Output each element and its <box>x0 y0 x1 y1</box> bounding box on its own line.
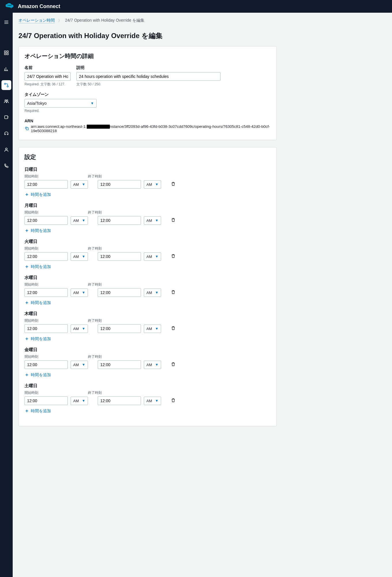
start-ampm-select[interactable]: AM▼ <box>71 288 88 297</box>
sidebar-item-users[interactable] <box>1 96 11 106</box>
add-time-button[interactable]: ＋ 時間を追加 <box>24 372 271 378</box>
page-title: 24/7 Operation with Holiday Override を編集 <box>18 31 277 40</box>
sidebar-item-routing[interactable] <box>1 80 11 90</box>
start-time-input[interactable] <box>24 360 68 369</box>
end-time-input[interactable] <box>98 252 141 261</box>
end-ampm-select[interactable]: AM▼ <box>144 361 161 369</box>
add-time-label: 時間を追加 <box>31 228 51 233</box>
start-ampm-select[interactable]: AM▼ <box>71 180 88 189</box>
add-time-button[interactable]: ＋ 時間を追加 <box>24 192 271 198</box>
sidebar-item-device[interactable] <box>1 113 11 122</box>
day-block: 金曜日 開始時刻 終了時刻 AM▼ AM▼ ＋ 時間を追加 <box>24 347 271 378</box>
sidebar-item-phone[interactable] <box>1 161 11 171</box>
add-time-label: 時間を追加 <box>31 300 51 306</box>
breadcrumb-root[interactable]: オペレーション時間 <box>18 18 55 23</box>
trash-icon[interactable] <box>171 218 176 223</box>
svg-rect-8 <box>7 53 8 55</box>
svg-rect-6 <box>4 51 6 52</box>
caret-down-icon: ▼ <box>91 101 94 105</box>
sidebar-item-ccp[interactable] <box>1 129 11 138</box>
plus-icon: ＋ <box>24 336 29 342</box>
plus-icon: ＋ <box>24 300 29 306</box>
end-time-input[interactable] <box>98 324 141 333</box>
menu-toggle[interactable] <box>1 17 11 27</box>
end-ampm-select[interactable]: AM▼ <box>144 180 161 189</box>
name-input[interactable] <box>24 72 71 81</box>
start-ampm-select[interactable]: AM▼ <box>71 361 88 369</box>
add-time-label: 時間を追加 <box>31 264 51 269</box>
end-ampm-select[interactable]: AM▼ <box>144 325 161 333</box>
end-time-label: 終了時刻 <box>88 282 102 287</box>
copy-icon[interactable] <box>24 126 29 132</box>
plus-icon: ＋ <box>24 408 29 414</box>
start-time-input[interactable] <box>24 288 68 297</box>
caret-down-icon: ▼ <box>82 182 85 186</box>
add-time-button[interactable]: ＋ 時間を追加 <box>24 336 271 342</box>
trash-icon[interactable] <box>171 181 176 187</box>
add-time-button[interactable]: ＋ 時間を追加 <box>24 264 271 270</box>
sidebar-item-profile[interactable] <box>1 145 11 155</box>
settings-panel: 設定 日曜日 開始時刻 終了時刻 AM▼ AM▼ ＋ 時間を追加 月曜日 開始時… <box>18 147 277 426</box>
add-time-label: 時間を追加 <box>31 336 51 342</box>
svg-rect-7 <box>7 51 8 52</box>
arn-label: ARN <box>24 119 271 123</box>
svg-point-19 <box>5 148 7 150</box>
end-time-input[interactable] <box>98 360 141 369</box>
caret-down-icon: ▼ <box>155 327 159 331</box>
svg-rect-20 <box>26 128 28 130</box>
start-time-label: 開始時刻 <box>24 282 82 287</box>
details-panel: オペレーション時間の詳細 名前 Required. 文字数 36 / 127. … <box>18 46 277 140</box>
start-time-input[interactable] <box>24 396 68 405</box>
end-time-input[interactable] <box>98 180 141 189</box>
sidebar-item-dashboard[interactable] <box>1 48 11 58</box>
desc-input[interactable] <box>76 72 220 81</box>
start-time-input[interactable] <box>24 324 68 333</box>
trash-icon[interactable] <box>171 290 176 295</box>
add-time-button[interactable]: ＋ 時間を追加 <box>24 300 271 306</box>
day-name: 金曜日 <box>24 347 271 353</box>
start-time-label: 開始時刻 <box>24 354 82 359</box>
start-time-label: 開始時刻 <box>24 174 82 179</box>
caret-down-icon: ▼ <box>82 363 85 367</box>
settings-heading: 設定 <box>24 153 271 161</box>
start-ampm-select[interactable]: AM▼ <box>71 397 88 405</box>
end-time-input[interactable] <box>98 288 141 297</box>
tz-select[interactable]: Asia/Tokyo ▼ <box>24 99 97 108</box>
end-time-label: 終了時刻 <box>88 354 102 359</box>
day-name: 日曜日 <box>24 167 271 172</box>
start-time-input[interactable] <box>24 216 68 225</box>
add-time-button[interactable]: ＋ 時間を追加 <box>24 408 271 414</box>
trash-icon[interactable] <box>171 326 176 331</box>
desc-label: 説明 <box>76 65 220 70</box>
trash-icon[interactable] <box>171 398 176 404</box>
end-time-input[interactable] <box>98 396 141 405</box>
details-heading: オペレーション時間の詳細 <box>24 52 271 60</box>
plus-icon: ＋ <box>24 372 29 378</box>
end-ampm-select[interactable]: AM▼ <box>144 252 161 261</box>
app-header: Amazon Connect <box>0 0 392 13</box>
caret-down-icon: ▼ <box>155 291 159 295</box>
end-time-input[interactable] <box>98 216 141 225</box>
end-ampm-select[interactable]: AM▼ <box>144 397 161 405</box>
trash-icon[interactable] <box>171 362 176 368</box>
day-name: 木曜日 <box>24 311 271 316</box>
svg-point-15 <box>7 86 8 87</box>
end-time-label: 終了時刻 <box>88 318 102 323</box>
add-time-button[interactable]: ＋ 時間を追加 <box>24 228 271 234</box>
trash-icon[interactable] <box>171 254 176 259</box>
start-ampm-select[interactable]: AM▼ <box>71 252 88 261</box>
start-ampm-select[interactable]: AM▼ <box>71 325 88 333</box>
end-ampm-select[interactable]: AM▼ <box>144 288 161 297</box>
sidebar-item-analytics[interactable] <box>1 64 11 74</box>
start-time-input[interactable] <box>24 252 68 261</box>
start-ampm-select[interactable]: AM▼ <box>71 216 88 225</box>
caret-down-icon: ▼ <box>82 291 85 295</box>
tz-hint: Required. <box>24 109 97 113</box>
day-block: 土曜日 開始時刻 終了時刻 AM▼ AM▼ ＋ 時間を追加 <box>24 383 271 414</box>
desc-hint: 文字数 50 / 250. <box>76 82 220 87</box>
end-time-label: 終了時刻 <box>88 390 102 395</box>
end-time-label: 終了時刻 <box>88 210 102 215</box>
end-ampm-select[interactable]: AM▼ <box>144 216 161 225</box>
caret-down-icon: ▼ <box>155 218 159 222</box>
start-time-input[interactable] <box>24 180 68 189</box>
